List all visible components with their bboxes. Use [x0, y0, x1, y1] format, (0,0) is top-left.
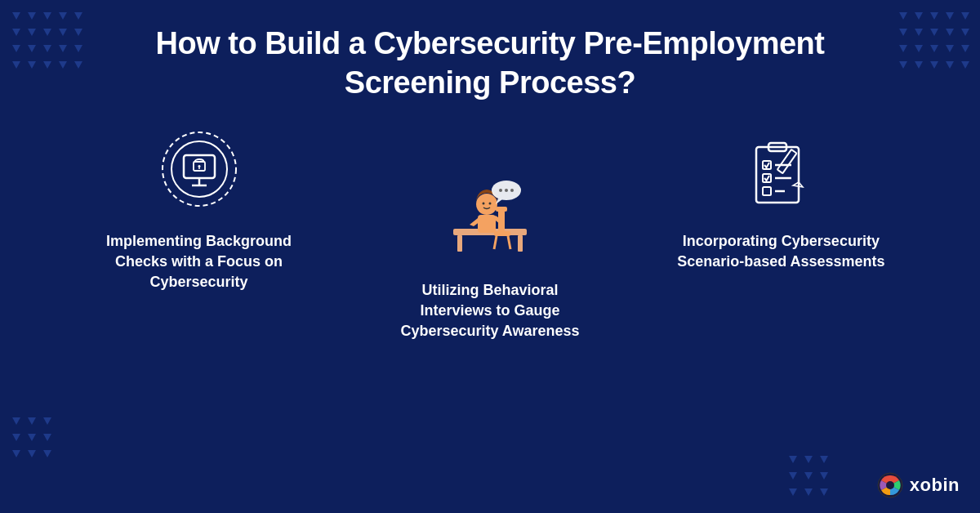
card-3-label: Incorporating Cybersecurity Scenario-bas…	[675, 231, 887, 272]
svg-rect-13	[494, 231, 510, 236]
svg-point-21	[499, 189, 502, 192]
svg-point-22	[505, 189, 508, 192]
svg-point-19	[488, 203, 491, 205]
svg-line-15	[508, 236, 510, 249]
xobin-icon-svg	[877, 472, 903, 498]
page-title: How to Build a Cybersecurity Pre-Employm…	[82, 25, 898, 102]
svg-rect-10	[518, 235, 523, 252]
brand-name: xobin	[910, 475, 960, 496]
card-behavioral-interviews: Utilizing Behavioral Interviews to Gauge…	[345, 159, 635, 342]
card-background-checks: Implementing Background Checks with a Fo…	[53, 127, 344, 293]
svg-rect-9	[457, 235, 462, 252]
svg-point-6	[198, 165, 200, 167]
svg-rect-16	[478, 215, 496, 233]
card-2-label: Utilizing Behavioral Interviews to Gauge…	[384, 280, 596, 342]
cards-section: Implementing Background Checks with a Fo…	[0, 127, 980, 342]
svg-line-14	[494, 236, 497, 249]
card-1-label: Implementing Background Checks with a Fo…	[93, 231, 305, 293]
svg-rect-28	[763, 187, 771, 195]
card-cybersecurity-assessments: Incorporating Cybersecurity Scenario-bas…	[635, 127, 926, 272]
svg-point-23	[510, 189, 514, 192]
computer-security-icon	[154, 127, 244, 216]
svg-point-35	[886, 481, 894, 489]
title-section: How to Build a Cybersecurity Pre-Employm…	[0, 25, 980, 102]
main-content: How to Build a Cybersecurity Pre-Employm…	[0, 0, 980, 513]
svg-rect-12	[496, 207, 507, 212]
page-background: How to Build a Cybersecurity Pre-Employm…	[0, 0, 980, 513]
clipboard-icon	[736, 127, 826, 216]
xobin-logo: xobin	[877, 472, 960, 498]
svg-point-18	[482, 203, 484, 205]
svg-point-17	[476, 194, 497, 215]
interview-icon	[437, 159, 543, 265]
svg-rect-32	[777, 149, 797, 173]
